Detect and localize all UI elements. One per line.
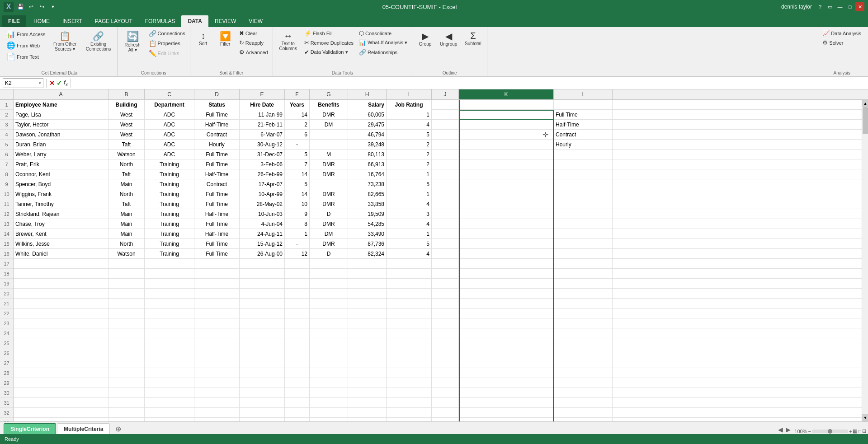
cell-h14[interactable]: 33,490 [348,229,387,239]
col-header-a[interactable]: A [14,89,108,99]
cell-i26[interactable] [387,348,432,358]
connections-button[interactable]: 🔗 Connections [147,29,187,38]
cell-h32[interactable] [348,408,387,418]
cell-j4[interactable] [432,130,459,140]
cell-b6[interactable]: Watson [108,150,145,159]
cell-d23[interactable] [194,318,240,328]
cell-b19[interactable] [108,279,145,289]
cell-b22[interactable] [108,308,145,318]
cell-e16[interactable]: 26-Aug-00 [240,249,285,259]
customize-qat-button[interactable]: ▼ [48,2,58,12]
cell-i1[interactable]: Job Rating [387,100,432,110]
cell-j6[interactable] [432,150,459,159]
cell-h9[interactable]: 73,238 [348,179,387,189]
cell-d31[interactable] [194,398,240,408]
cell-g21[interactable] [310,299,348,308]
cell-e30[interactable] [240,388,285,398]
consolidate-button[interactable]: ⬡ Consolidate [357,29,409,37]
cell-c20[interactable] [145,289,194,299]
cell-a19[interactable] [14,279,108,289]
cell-k17[interactable] [459,259,554,269]
cell-g2[interactable]: DMR [310,110,348,120]
cell-g33[interactable] [310,418,348,421]
row-num-1[interactable]: 1 [0,100,13,110]
cell-l26[interactable] [554,348,613,358]
cell-j10[interactable] [432,189,459,199]
cell-k6[interactable] [459,150,554,159]
cell-l27[interactable] [554,358,613,368]
cell-b4[interactable]: West [108,130,145,140]
cell-g8[interactable]: DMR [310,169,348,179]
refresh-all-button[interactable]: 🔄 Refresh All ▾ [120,29,145,54]
cell-e27[interactable] [240,358,285,368]
cell-c19[interactable] [145,279,194,289]
cell-c27[interactable] [145,358,194,368]
cell-k3[interactable] [459,120,554,130]
row-num-20[interactable]: 20 [0,289,13,299]
cell-e9[interactable]: 17-Apr-07 [240,179,285,189]
cell-d26[interactable] [194,348,240,358]
save-qat-button[interactable]: 💾 [15,2,25,12]
row-num-27[interactable]: 27 [0,358,13,368]
col-header-f[interactable]: F [285,89,310,99]
cell-l3[interactable]: Half-Time [554,120,613,130]
row-num-4[interactable]: 4 [0,130,13,140]
row-num-7[interactable]: 7 [0,159,13,169]
cell-a32[interactable] [14,408,108,418]
cell-j11[interactable] [432,199,459,209]
row-num-25[interactable]: 25 [0,338,13,348]
row-num-29[interactable]: 29 [0,378,13,388]
cell-i15[interactable]: 5 [387,239,432,249]
cell-g9[interactable] [310,179,348,189]
maximize-button[interactable]: □ [845,2,854,11]
cell-f2[interactable]: 14 [285,110,310,120]
cell-h12[interactable]: 19,509 [348,209,387,219]
cell-l12[interactable] [554,209,613,219]
cell-h21[interactable] [348,299,387,308]
flash-fill-button[interactable]: ⚡ Flash Fill [302,29,355,37]
cell-i29[interactable] [387,378,432,388]
cell-l22[interactable] [554,308,613,318]
cell-k23[interactable] [459,318,554,328]
cell-k22[interactable] [459,308,554,318]
cell-h30[interactable] [348,388,387,398]
cell-l30[interactable] [554,388,613,398]
cell-e26[interactable] [240,348,285,358]
cell-i21[interactable] [387,299,432,308]
tab-home[interactable]: HOME [27,15,56,27]
cell-b32[interactable] [108,408,145,418]
col-header-g[interactable]: G [310,89,348,99]
cell-g27[interactable] [310,358,348,368]
cell-b5[interactable]: Taft [108,140,145,150]
cell-a2[interactable]: Page, Lisa [14,110,108,120]
cell-k31[interactable] [459,398,554,408]
close-button[interactable]: ✕ [855,2,864,11]
cell-h6[interactable]: 80,113 [348,150,387,159]
cell-l7[interactable] [554,159,613,169]
text-to-columns-button[interactable]: ↔ Text to Columns [276,29,301,53]
cell-l4[interactable]: Contract [554,130,613,140]
cell-d7[interactable]: Full Time [194,159,240,169]
cell-h24[interactable] [348,328,387,338]
cell-l32[interactable] [554,408,613,418]
cell-e5[interactable]: 30-Aug-12 [240,140,285,150]
name-box[interactable]: K2 ▾ [3,78,43,88]
cell-j27[interactable] [432,358,459,368]
cell-k15[interactable] [459,239,554,249]
cell-a3[interactable]: Taylor, Hector [14,120,108,130]
cell-e12[interactable]: 10-Jun-03 [240,209,285,219]
cell-j12[interactable] [432,209,459,219]
cell-i14[interactable]: 1 [387,229,432,239]
cell-h31[interactable] [348,398,387,408]
zoom-out-button[interactable]: − [808,429,811,434]
scroll-track[interactable] [862,107,868,414]
cell-a23[interactable] [14,318,108,328]
cell-e32[interactable] [240,408,285,418]
row-num-13[interactable]: 13 [0,219,13,229]
cell-d4[interactable]: Contract [194,130,240,140]
subtotal-button[interactable]: Σ Subtotal [462,29,484,48]
cell-i11[interactable]: 4 [387,199,432,209]
cell-f32[interactable] [285,408,310,418]
cell-i5[interactable]: 2 [387,140,432,150]
cell-c17[interactable] [145,259,194,269]
